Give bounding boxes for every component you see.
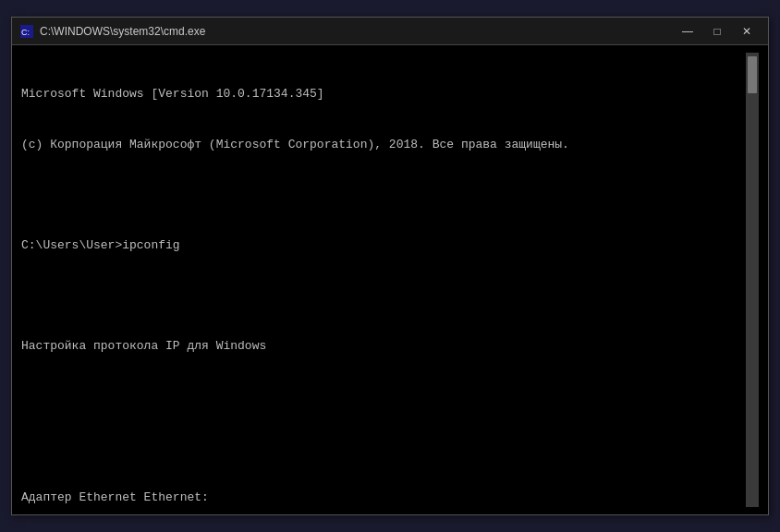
terminal-content: Microsoft Windows [Version 10.0.17134.34… [21,53,746,507]
terminal-body[interactable]: Microsoft Windows [Version 10.0.17134.34… [12,45,768,514]
minimize-button[interactable]: — [674,21,701,42]
terminal-text: Microsoft Windows [Version 10.0.17134.34… [21,53,746,507]
line-2: (c) Корпорация Майкрософт (Microsoft Cor… [21,137,746,153]
close-button[interactable]: ✕ [733,21,761,42]
maximize-button[interactable]: □ [703,21,731,42]
line-4: C:\Users\User>ipconfig [21,237,746,254]
svg-text:C:: C: [21,28,30,37]
line-7 [21,389,746,405]
line-6: Настройка протокола IP для Windows [21,338,746,355]
line-8 [21,439,746,455]
window-title: C:\WINDOWS\system32\cmd.exe [40,25,674,38]
cmd-window: C: C:\WINDOWS\system32\cmd.exe — □ ✕ Mic… [11,17,769,515]
titlebar: C: C:\WINDOWS\system32\cmd.exe — □ ✕ [12,18,768,45]
window-controls: — □ ✕ [674,21,761,42]
app-icon: C: [19,24,34,39]
line-5 [21,288,746,305]
line-1: Microsoft Windows [Version 10.0.17134.34… [21,86,746,103]
scrollbar[interactable] [746,53,759,507]
line-3 [21,187,746,204]
scrollbar-thumb[interactable] [748,56,757,93]
line-adapter: Адаптер Ethernet Ethernet: [21,490,746,506]
